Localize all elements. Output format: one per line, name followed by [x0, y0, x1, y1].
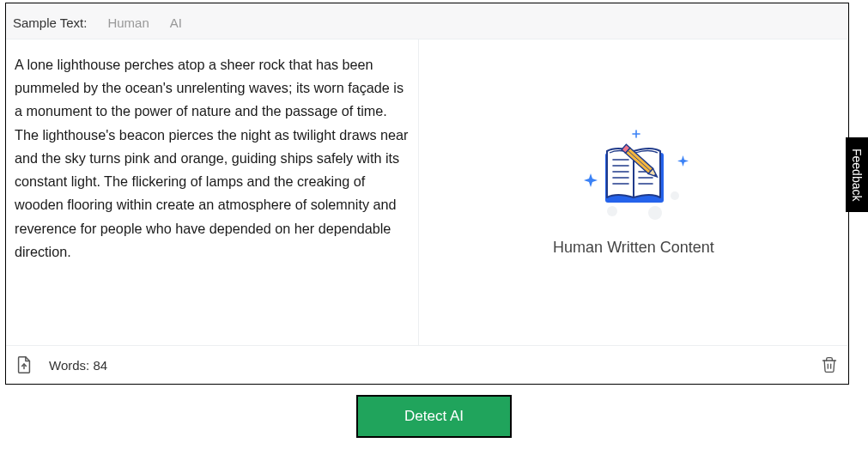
tab-ai[interactable]: AI — [170, 15, 182, 30]
result-panel: Human Written Content — [419, 39, 848, 345]
main-container: Sample Text: Human AI A lone lighthouse … — [5, 3, 849, 385]
footer-left: Words: 84 — [15, 355, 107, 374]
result-caption: Human Written Content — [553, 239, 714, 257]
trash-icon[interactable] — [821, 356, 838, 373]
footer-bar: Words: 84 — [6, 345, 848, 384]
detect-ai-button[interactable]: Detect AI — [356, 395, 512, 438]
sample-text-label: Sample Text: — [13, 15, 87, 30]
svg-point-4 — [671, 191, 679, 200]
svg-point-2 — [607, 206, 617, 216]
sample-text-content: A lone lighthouse perches atop a sheer r… — [15, 53, 410, 264]
feedback-tab[interactable]: Feedback — [846, 137, 868, 212]
upload-icon[interactable] — [15, 355, 33, 374]
tabs-bar: Sample Text: Human AI — [6, 3, 848, 39]
word-count: Words: 84 — [49, 358, 107, 373]
book-illustration — [565, 129, 702, 223]
content-area: A lone lighthouse perches atop a sheer r… — [6, 39, 848, 345]
tab-human[interactable]: Human — [107, 15, 149, 30]
text-panel[interactable]: A lone lighthouse perches atop a sheer r… — [6, 39, 419, 345]
svg-point-3 — [648, 206, 662, 220]
